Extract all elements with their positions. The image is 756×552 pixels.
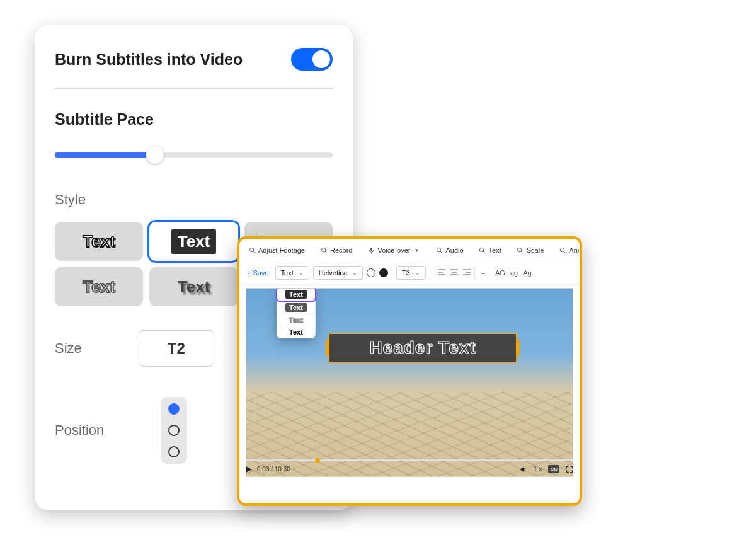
case-lower[interactable]: ag	[510, 269, 518, 277]
search-icon	[248, 246, 256, 254]
editor-toolbar-primary: Adjust Footage Record Voice-over ▼ Audio…	[239, 239, 580, 262]
search-icon	[517, 246, 524, 254]
toolbar-adjust-footage[interactable]: Adjust Footage	[243, 243, 310, 258]
search-icon	[559, 246, 566, 254]
toolbar-animation[interactable]: Animation	[554, 243, 582, 258]
player-bar: 0:03 / 10:30 1 x CC	[246, 459, 573, 476]
svg-line-7	[440, 251, 442, 253]
case-group: AG ag Ag	[495, 269, 532, 277]
burn-subtitles-label: Burn Subtitles into Video	[55, 50, 243, 69]
text-overlay[interactable]: Header Text	[328, 333, 517, 363]
size-label: Size	[55, 340, 82, 357]
style-option-shadow[interactable]: Text	[149, 267, 238, 306]
caret-down-icon: ▼	[413, 246, 420, 254]
play-icon[interactable]	[246, 466, 252, 473]
svg-line-13	[564, 251, 566, 253]
canvas-area: Text Text Text Text Header Text 0:03 / 1…	[239, 288, 580, 477]
toolbar-text[interactable]: Text	[474, 243, 507, 258]
search-icon	[435, 246, 443, 254]
subtitle-pace-label: Subtitle Pace	[55, 110, 333, 129]
case-title[interactable]: Ag	[523, 269, 531, 277]
editor-toolbar-secondary: + Save Text⌄ Helvetica⌄ T3⌄ – AG ag Ag	[239, 262, 580, 284]
popover-style-outline[interactable]: Text	[277, 314, 315, 326]
fullscreen-icon[interactable]	[566, 466, 573, 473]
align-center-icon[interactable]	[450, 269, 458, 277]
mic-icon	[367, 246, 375, 254]
plus-icon: +	[247, 269, 251, 277]
cc-button[interactable]: CC	[548, 465, 559, 473]
text-size-dropdown[interactable]: T3⌄	[396, 266, 426, 280]
toolbar-audio[interactable]: Audio	[430, 243, 468, 258]
save-button[interactable]: + Save	[244, 267, 272, 279]
text-style-popover: Text Text Text Text	[277, 288, 316, 338]
separator	[430, 266, 430, 280]
style-option-box[interactable]: Text	[149, 222, 238, 261]
svg-marker-24	[521, 467, 524, 472]
slider-fill	[55, 152, 155, 158]
toolbar-voiceover[interactable]: Voice-over ▼	[362, 243, 425, 258]
svg-line-9	[483, 251, 485, 253]
text-overlay-content: Header Text	[369, 338, 476, 358]
style-option-outline[interactable]: Text	[55, 222, 143, 261]
svg-point-6	[437, 248, 440, 251]
text-style-dropdown[interactable]: Text⌄	[275, 266, 309, 280]
svg-point-2	[321, 248, 325, 251]
svg-point-10	[518, 248, 522, 251]
search-icon	[479, 246, 486, 254]
svg-rect-4	[370, 247, 372, 251]
popover-style-box2[interactable]: Text	[277, 301, 315, 314]
svg-point-12	[560, 248, 564, 251]
style-option-hollow[interactable]: Text	[55, 267, 143, 306]
popover-style-box[interactable]: Text	[277, 288, 315, 301]
svg-line-3	[324, 251, 326, 253]
svg-line-11	[521, 251, 523, 253]
time-display: 0:03 / 10:30	[257, 466, 290, 473]
video-preview[interactable]: Text Text Text Text Header Text	[246, 288, 573, 477]
separator	[474, 266, 475, 280]
align-group	[438, 269, 471, 277]
speed-display[interactable]: 1 x	[534, 466, 542, 473]
separator	[392, 266, 392, 280]
toolbar-scale[interactable]: Scale	[512, 243, 549, 258]
size-select[interactable]: T2	[139, 330, 214, 367]
chevron-down-icon: ⌄	[352, 270, 357, 276]
position-stack	[161, 397, 187, 464]
position-label: Position	[55, 422, 104, 439]
style-label: Style	[55, 192, 333, 208]
slider-thumb[interactable]	[146, 146, 164, 164]
video-editor-window: Adjust Footage Record Voice-over ▼ Audio…	[237, 236, 582, 506]
popover-style-plain[interactable]: Text	[277, 326, 315, 338]
progress-bar[interactable]	[246, 459, 573, 461]
minus-icon[interactable]: –	[479, 269, 488, 277]
position-bottom[interactable]	[168, 446, 180, 457]
fill-color-black[interactable]	[379, 268, 388, 277]
svg-line-1	[253, 251, 255, 253]
position-top[interactable]	[168, 403, 180, 415]
align-right-icon[interactable]	[463, 269, 471, 277]
search-icon	[320, 246, 328, 254]
divider	[55, 88, 333, 89]
case-upper[interactable]: AG	[495, 269, 505, 277]
align-left-icon[interactable]	[438, 269, 445, 277]
position-middle[interactable]	[168, 425, 180, 436]
toolbar-record[interactable]: Record	[315, 243, 357, 258]
burn-subtitles-row: Burn Subtitles into Video	[55, 48, 333, 71]
svg-point-0	[249, 248, 253, 251]
subtitle-pace-slider[interactable]	[55, 146, 333, 164]
fill-color-empty[interactable]	[367, 268, 375, 277]
burn-subtitles-toggle[interactable]	[291, 48, 333, 71]
chevron-down-icon: ⌄	[299, 270, 304, 276]
progress-thumb[interactable]	[315, 458, 320, 463]
font-dropdown[interactable]: Helvetica⌄	[313, 266, 363, 280]
svg-marker-23	[246, 466, 252, 473]
chevron-down-icon: ⌄	[415, 270, 420, 276]
svg-point-8	[479, 248, 483, 251]
volume-icon[interactable]	[520, 466, 527, 473]
